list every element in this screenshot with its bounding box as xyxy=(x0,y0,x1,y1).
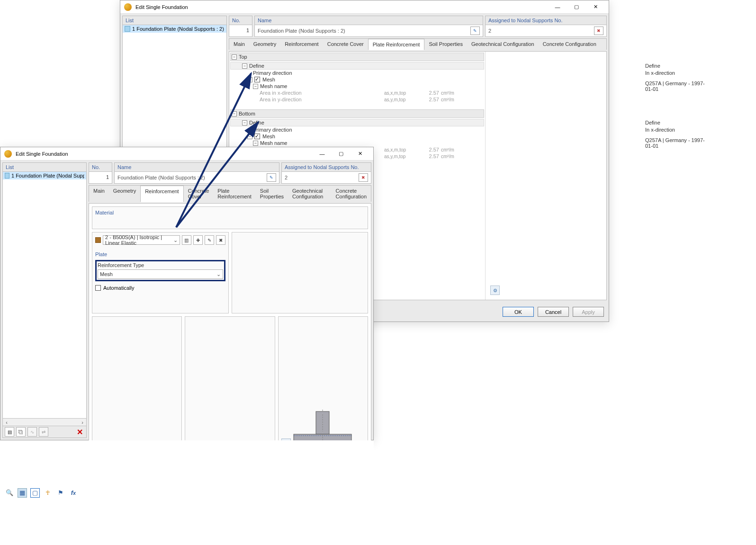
chevron-down-icon: ⌄ xyxy=(173,237,178,243)
no-field: No. 1 xyxy=(229,16,252,37)
material-new-icon[interactable]: ✚ xyxy=(193,235,203,245)
pick-supports-icon[interactable]: ✖ xyxy=(594,27,603,35)
minimize-button[interactable]: ― xyxy=(313,148,332,160)
layout-icon[interactable]: ▢ xyxy=(30,488,40,498)
tab-plate-reinforcement[interactable]: Plate Reinforcement xyxy=(213,186,256,202)
row-areay-top: Area in y-direction as,y,m,top 2.57cm²/m xyxy=(230,96,484,103)
tab-geometry[interactable]: Geometry xyxy=(249,39,280,50)
tree-value: Define xyxy=(645,120,707,125)
name-value[interactable]: Foundation Plate (Nodal Supports : 2) xyxy=(117,175,205,180)
edit-name-icon[interactable]: ✎ xyxy=(470,27,480,35)
tool-icon[interactable]: ⇄ xyxy=(39,427,48,437)
reinforcement-type-dropdown[interactable]: Mesh ⌄ xyxy=(98,269,223,279)
maximize-button[interactable]: ▢ xyxy=(567,1,586,13)
name-label: Name xyxy=(255,16,483,25)
automatically-checkbox[interactable] xyxy=(95,285,101,291)
row-define-bottom[interactable]: − Define Define xyxy=(230,119,484,126)
no-value[interactable]: 1 xyxy=(106,174,109,180)
cancel-button[interactable]: Cancel xyxy=(538,307,569,317)
edit-name-icon[interactable]: ✎ xyxy=(267,173,276,182)
name-value[interactable]: Foundation Plate (Nodal Supports : 2) xyxy=(258,28,345,34)
row-meshname-bottom[interactable]: − Mesh name Q257A | Germany - 1997-01-01 xyxy=(230,140,484,146)
preview-settings-icon[interactable]: ⚙ xyxy=(490,286,500,295)
name-field: Name Foundation Plate (Nodal Supports : … xyxy=(254,16,483,37)
app-icon xyxy=(124,3,132,11)
row-mesh-bottom[interactable]: − Mesh xyxy=(230,133,484,140)
list-item[interactable]: 1 Foundation Plate (Nodal Supports : 2) xyxy=(123,25,226,33)
expander-icon[interactable]: − xyxy=(253,84,258,89)
mesh-checkbox[interactable] xyxy=(254,77,260,82)
minimize-button[interactable]: ― xyxy=(548,1,567,13)
material-edit-icon[interactable]: ✎ xyxy=(205,235,214,245)
maximize-button[interactable]: ▢ xyxy=(332,148,351,160)
tab-concrete-config[interactable]: Concrete Configuration xyxy=(332,186,371,202)
copy-item-icon[interactable]: ⿻ xyxy=(16,427,26,437)
expander-icon[interactable]: − xyxy=(253,141,258,146)
section-bottom[interactable]: − Bottom xyxy=(230,109,484,118)
tab-soil-properties[interactable]: Soil Properties xyxy=(424,39,467,50)
mesh-checkbox[interactable] xyxy=(254,134,260,139)
delete-icon[interactable]: ✕ xyxy=(75,427,84,437)
tab-concrete-config[interactable]: Concrete Configuration xyxy=(539,39,601,50)
material-delete-icon[interactable]: ✖ xyxy=(216,235,225,245)
tab-geotech-config[interactable]: Geotechnical Configuration xyxy=(467,39,539,50)
expander-icon[interactable]: − xyxy=(242,63,247,69)
tab-soil-properties[interactable]: Soil Properties xyxy=(256,186,288,202)
expander-icon[interactable]: − xyxy=(247,77,252,82)
assigned-value[interactable]: 2 xyxy=(488,28,491,34)
tab-geometry[interactable]: Geometry xyxy=(109,186,140,202)
new-item-icon[interactable]: ▤ xyxy=(5,427,14,437)
tab-concrete-cover[interactable]: Concrete Cover xyxy=(184,186,214,202)
param-symbol: as,x,m,top xyxy=(384,90,406,96)
app-bottom-toolbar: 🔍 ▦ ▢ ☥ ⚑ fx xyxy=(0,440,374,545)
pick-supports-icon[interactable]: ✖ xyxy=(359,173,368,182)
no-value[interactable]: 1 xyxy=(246,27,249,33)
expander-icon[interactable]: − xyxy=(232,111,237,116)
window-title: Edit Single Foundation xyxy=(16,151,313,157)
titlebar[interactable]: Edit Single Foundation ― ▢ ✕ xyxy=(120,0,609,14)
close-button[interactable]: ✕ xyxy=(586,1,605,13)
expander-icon[interactable]: − xyxy=(247,134,252,139)
close-button[interactable]: ✕ xyxy=(351,148,369,160)
titlebar[interactable]: Edit Single Foundation ― ▢ ✕ xyxy=(0,147,373,161)
expander-icon[interactable]: − xyxy=(242,120,247,125)
material-dropdown[interactable]: 2 - B500S(A) | Isotropic | Linear Elasti… xyxy=(103,235,180,245)
material-library-icon[interactable]: ▥ xyxy=(182,235,191,245)
tab-reinforcement[interactable]: Reinforcement xyxy=(280,39,323,50)
apply-button[interactable]: Apply xyxy=(573,307,604,317)
assigned-value[interactable]: 2 xyxy=(285,175,288,180)
tree-value: In x-direction xyxy=(645,70,707,76)
calc-icon[interactable]: ▦ xyxy=(18,488,27,498)
person-icon[interactable]: ☥ xyxy=(43,488,53,498)
row-mesh-top[interactable]: − Mesh xyxy=(230,76,484,83)
name-field: Name Foundation Plate (Nodal Supports : … xyxy=(114,162,279,184)
tree-value: Define xyxy=(645,63,707,69)
tab-concrete-cover[interactable]: Concrete Cover xyxy=(323,39,368,50)
tree-value: 2.57cm²/m xyxy=(426,153,454,159)
search-icon[interactable]: 🔍 xyxy=(5,488,14,498)
automatically-row[interactable]: Automatically xyxy=(95,285,225,291)
tab-reinforcement[interactable]: Reinforcement xyxy=(140,186,184,202)
reinforcement-type-value: Mesh xyxy=(100,271,113,277)
row-primary-bottom[interactable]: Primary direction In x-direction xyxy=(230,126,484,133)
tab-plate-reinforcement[interactable]: Plate Reinforcement xyxy=(368,39,425,50)
horizontal-scrollbar[interactable]: ‹› xyxy=(3,418,86,426)
tool-icon[interactable]: ∿ xyxy=(27,427,37,437)
function-icon[interactable]: fx xyxy=(69,488,78,498)
ok-button[interactable]: OK xyxy=(503,307,534,317)
tab-main[interactable]: Main xyxy=(229,39,249,50)
flag-icon[interactable]: ⚑ xyxy=(56,488,65,498)
row-primary-top[interactable]: Primary direction In x-direction xyxy=(230,70,484,76)
tree-label: Mesh xyxy=(262,77,275,82)
tab-geotech-config[interactable]: Geotechnical Configuration xyxy=(288,186,332,202)
item-type-icon xyxy=(5,173,9,179)
expander-icon[interactable]: − xyxy=(232,54,237,60)
section-top[interactable]: − Top xyxy=(230,53,484,61)
tab-main[interactable]: Main xyxy=(89,186,109,202)
material-panel: Material xyxy=(92,206,368,229)
row-meshname-top[interactable]: − Mesh name Q257A | Germany - 1997-01-01 xyxy=(230,83,484,89)
blank-panel-2 xyxy=(92,316,182,451)
row-define-top[interactable]: − Define Define xyxy=(230,62,484,70)
list-item[interactable]: 1 Foundation Plate (Nodal Supports : 2) xyxy=(3,172,86,179)
assigned-field: Assigned to Nodal Supports No. 2 ✖ xyxy=(281,162,371,184)
